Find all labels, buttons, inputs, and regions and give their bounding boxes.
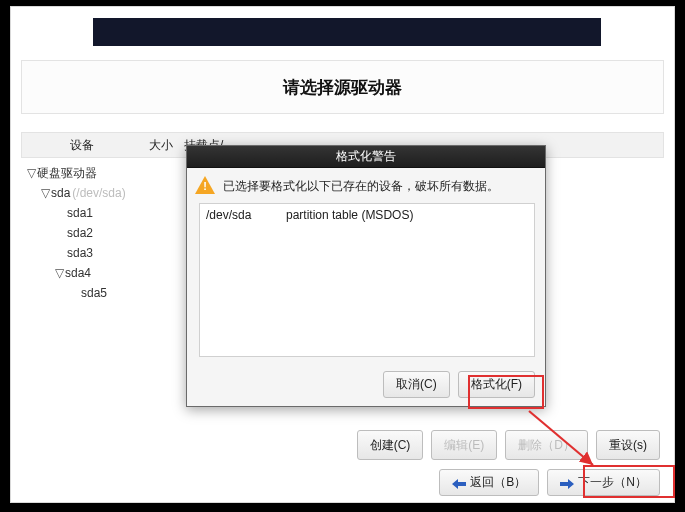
- arrow-right-icon: [560, 478, 574, 488]
- tree-sda2-label: sda2: [67, 223, 93, 243]
- svg-marker-0: [452, 479, 466, 489]
- dialog-title: 格式化警告: [187, 146, 545, 168]
- tree-sda1[interactable]: sda1: [25, 203, 180, 223]
- chevron-down-icon[interactable]: ▽: [53, 263, 65, 283]
- nav-row: 返回（B） 下一步（N）: [439, 469, 660, 496]
- page-title: 请选择源驱动器: [283, 76, 402, 99]
- dialog-body: 已选择要格式化以下已存在的设备，破坏所有数据。 /dev/sda partiti…: [187, 168, 545, 368]
- tree-sda5-label: sda5: [81, 283, 107, 303]
- device-name: /dev/sda: [206, 208, 286, 222]
- device-row: /dev/sda partition table (MSDOS): [206, 208, 528, 222]
- tree-sda1-label: sda1: [67, 203, 93, 223]
- tree-sda3[interactable]: sda3: [25, 243, 180, 263]
- device-desc: partition table (MSDOS): [286, 208, 413, 222]
- warning-icon: [195, 176, 215, 196]
- arrow-left-icon: [452, 478, 466, 488]
- cancel-button[interactable]: 取消(C): [383, 371, 450, 398]
- device-tree[interactable]: ▽ 硬盘驱动器 ▽ sda (/dev/sda) sda1 sda2 sda3 …: [25, 163, 180, 303]
- title-band: 请选择源驱动器: [21, 60, 664, 114]
- back-label: 返回（B）: [470, 474, 526, 491]
- tree-sda-label: sda: [51, 183, 70, 203]
- format-warning-dialog: 格式化警告 已选择要格式化以下已存在的设备，破坏所有数据。 /dev/sda p…: [186, 145, 546, 407]
- next-button[interactable]: 下一步（N）: [547, 469, 660, 496]
- tree-sda4-label: sda4: [65, 263, 91, 283]
- reset-button[interactable]: 重设(s): [596, 430, 660, 460]
- tree-sda[interactable]: ▽ sda (/dev/sda): [25, 183, 180, 203]
- create-button[interactable]: 创建(C): [357, 430, 424, 460]
- tree-sda-dev: (/dev/sda): [72, 183, 125, 203]
- header-banner: [93, 18, 601, 46]
- delete-button: 删除（D）: [505, 430, 588, 460]
- chevron-down-icon[interactable]: ▽: [25, 163, 37, 183]
- edit-button: 编辑(E): [431, 430, 497, 460]
- tree-root[interactable]: ▽ 硬盘驱动器: [25, 163, 180, 183]
- partition-buttons-row: 创建(C) 编辑(E) 删除（D） 重设(s): [21, 430, 664, 460]
- dialog-message: 已选择要格式化以下已存在的设备，破坏所有数据。: [223, 178, 535, 195]
- tree-sda2[interactable]: sda2: [25, 223, 180, 243]
- tree-sda5[interactable]: sda5: [25, 283, 180, 303]
- format-button[interactable]: 格式化(F): [458, 371, 535, 398]
- next-label: 下一步（N）: [578, 474, 647, 491]
- tree-sda3-label: sda3: [67, 243, 93, 263]
- chevron-down-icon[interactable]: ▽: [39, 183, 51, 203]
- column-size: 大小: [142, 137, 180, 154]
- column-device: 设备: [22, 137, 142, 154]
- tree-sda4[interactable]: ▽ sda4: [25, 263, 180, 283]
- device-list: /dev/sda partition table (MSDOS): [199, 203, 535, 357]
- tree-root-label: 硬盘驱动器: [37, 163, 97, 183]
- installer-window: 请选择源驱动器 设备 大小 挂载点/ ▽ 硬盘驱动器 ▽ sda (/dev/s…: [10, 6, 675, 503]
- svg-marker-1: [560, 479, 574, 489]
- back-button[interactable]: 返回（B）: [439, 469, 539, 496]
